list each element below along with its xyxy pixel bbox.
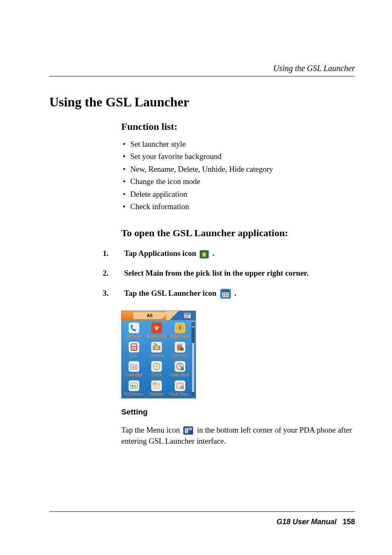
svg-point-31 — [156, 347, 157, 348]
menu-icon — [183, 426, 193, 435]
function-list: Set launcher style Set your favorite bac… — [121, 138, 355, 213]
bejeweled-icon — [151, 322, 162, 333]
svg-rect-61 — [189, 428, 192, 430]
function-list-heading: Function list: — [121, 121, 355, 132]
svg-text:$: $ — [178, 325, 182, 331]
applications-home-icon — [200, 250, 209, 258]
step-3: 3. Tap the GSL Launcher icon . — [103, 286, 355, 301]
app-address-icon[interactable]: Address — [123, 322, 145, 339]
page-title: Using the GSL Launcher — [49, 94, 355, 110]
list-item: Delete application — [121, 188, 355, 200]
svg-rect-22 — [131, 347, 133, 348]
svg-rect-3 — [223, 292, 224, 294]
datebook-icon: 7 — [175, 361, 185, 372]
launcher-switch-icon[interactable] — [179, 311, 196, 320]
svg-rect-12 — [184, 315, 186, 316]
setting-paragraph: Tap the Menu icon in the bottom left cor… — [121, 424, 355, 447]
svg-rect-15 — [184, 317, 186, 318]
svg-rect-36 — [181, 344, 182, 345]
svg-rect-6 — [223, 295, 224, 296]
svg-text:EC: EC — [131, 384, 137, 388]
app-datebook-icon[interactable]: 7Date Book — [169, 361, 191, 377]
app-label: Bejeweled! — [147, 334, 167, 339]
list-item: Set launcher style — [121, 138, 355, 150]
scroll-down-arrow-icon[interactable] — [192, 392, 194, 395]
bigmoney-icon: $ — [175, 322, 185, 333]
app-flashbac-icon[interactable]: Flash Bac... — [169, 380, 191, 396]
app-label: Flash Bac... — [169, 392, 191, 396]
svg-text:i: i — [182, 348, 182, 351]
flashbac-icon — [175, 380, 185, 391]
ecdiction-icon: EC — [129, 380, 139, 391]
step-number: 1. — [103, 246, 113, 261]
list-item: Change the icon mode — [121, 175, 355, 188]
menu-dots-icon: ⋮⋮ — [123, 313, 129, 318]
app-cardmgr-icon[interactable]: Card Mgr — [123, 361, 145, 377]
app-camera-icon[interactable]: newCamera — [146, 342, 168, 358]
app-clock-icon[interactable]: Clock — [146, 361, 168, 377]
app-grid: AddressBejeweled!$BigMoneyCalcnewCamerai… — [123, 322, 191, 396]
step-text: Tap the GSL Launcher icon — [124, 289, 219, 297]
app-label: BigMoney — [171, 334, 189, 339]
scroll-up-arrow-icon[interactable] — [192, 323, 194, 326]
step-text: Tap Applications icon — [124, 249, 198, 258]
pda-screenshot: ⋮⋮ All AddressBejeweled!$BigMoneyCalcnew… — [121, 311, 355, 398]
svg-rect-5 — [227, 292, 228, 294]
setting-heading: Setting — [121, 408, 355, 417]
list-item: Check information — [121, 200, 355, 213]
svg-rect-26 — [133, 348, 134, 350]
app-label: Address — [126, 334, 141, 339]
svg-rect-11 — [184, 313, 190, 315]
step-text-end: . — [212, 249, 214, 258]
step-text: Select Main from the pick list in the up… — [124, 266, 309, 281]
running-header: Using the GSL Launcher — [273, 64, 355, 73]
list-item: New, Rename, Delete, Unhide, Hide catego… — [121, 163, 355, 175]
footer-page-number: 158 — [343, 518, 355, 526]
cardinfo-icon: i — [175, 342, 185, 352]
address-icon — [129, 322, 139, 333]
app-label: Card Info — [171, 353, 188, 358]
app-label: Date Book — [170, 373, 189, 377]
gsl-launcher-icon — [220, 289, 231, 299]
app-label: Calc — [130, 353, 138, 358]
scroll-thumb[interactable] — [192, 327, 194, 343]
app-label: ECDiction — [125, 392, 143, 396]
svg-text:@: @ — [153, 383, 156, 385]
clock-icon — [151, 361, 162, 372]
open-app-heading: To open the GSL Launcher application: — [121, 228, 355, 239]
app-emailer-icon[interactable]: @EMailer — [146, 380, 168, 396]
list-item: Set your favorite background — [121, 150, 355, 163]
app-label: EMailer — [150, 392, 164, 396]
svg-rect-23 — [133, 347, 134, 348]
svg-rect-35 — [180, 344, 180, 345]
footer-divider — [49, 511, 355, 512]
svg-rect-13 — [187, 315, 188, 316]
app-bejeweled-icon[interactable]: Bejeweled! — [146, 322, 168, 339]
svg-rect-29 — [155, 344, 157, 346]
step-number: 2. — [103, 266, 113, 281]
app-calc-icon[interactable]: Calc — [123, 342, 145, 358]
app-label: Clock — [152, 373, 162, 377]
category-tab[interactable]: All — [133, 312, 166, 319]
svg-rect-39 — [131, 366, 136, 368]
svg-rect-25 — [131, 348, 133, 350]
app-ecdiction-icon[interactable]: ECECDiction — [123, 380, 145, 396]
calc-icon — [129, 342, 139, 352]
pda-titlebar: ⋮⋮ All — [122, 311, 196, 320]
app-bigmoney-icon[interactable]: $BigMoney — [169, 322, 191, 339]
svg-rect-16 — [187, 317, 188, 318]
camera-icon: new — [151, 342, 162, 352]
svg-rect-14 — [189, 315, 190, 316]
svg-rect-7 — [225, 295, 226, 296]
app-cardinfo-icon[interactable]: iCard Info — [169, 342, 191, 358]
svg-rect-9 — [222, 290, 229, 292]
step-text-end: . — [234, 289, 236, 297]
svg-rect-8 — [227, 295, 228, 296]
header-divider — [49, 76, 355, 76]
step-2: 2. Select Main from the pick list in the… — [103, 266, 355, 281]
setting-text-pre: Tap the Menu icon — [121, 426, 182, 434]
scrollbar[interactable] — [191, 322, 195, 396]
svg-text:new: new — [155, 343, 157, 344]
cardmgr-icon — [129, 361, 139, 372]
step-number: 3. — [103, 286, 113, 301]
